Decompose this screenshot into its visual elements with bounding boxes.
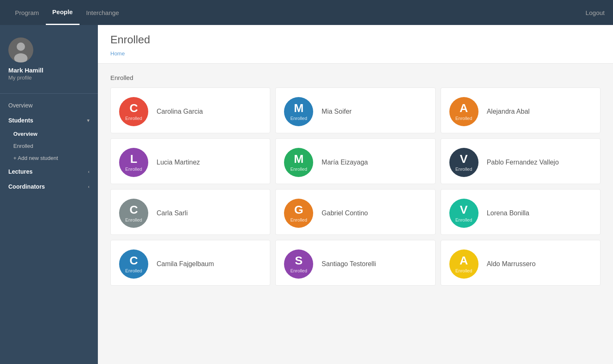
student-avatar: VEnrolled (449, 199, 478, 228)
student-avatar-letter: M (294, 102, 304, 114)
chevron-down-icon: ▾ (87, 118, 90, 123)
student-status-badge: Enrolled (290, 217, 307, 222)
student-avatar: MEnrolled (284, 97, 313, 126)
student-avatar-letter: S (295, 255, 303, 267)
student-name: Carolina Garcia (157, 108, 203, 115)
student-avatar: AEnrolled (449, 249, 478, 279)
student-status-badge: Enrolled (290, 268, 307, 273)
student-avatar-letter: V (460, 153, 468, 165)
nav-program[interactable]: Program (8, 0, 46, 25)
student-name: Gabriel Contino (321, 209, 368, 217)
student-card[interactable]: CEnrolledCarla Sarli (110, 189, 270, 235)
student-status-badge: Enrolled (455, 167, 472, 172)
sidebar-add-student-label: + Add new student (13, 155, 58, 161)
sidebar-students-label: Students (8, 117, 33, 124)
student-name: Mia Soifer (321, 108, 351, 115)
student-avatar-letter: G (294, 204, 303, 216)
student-card[interactable]: AEnrolledAldo Marrussero (441, 240, 601, 286)
student-status-badge: Enrolled (125, 116, 142, 121)
student-avatar: GEnrolled (284, 199, 313, 228)
student-status-badge: Enrolled (290, 167, 307, 172)
content-header: Enrolled Home (98, 25, 613, 64)
student-avatar: VEnrolled (449, 148, 478, 177)
student-name: Carla Sarli (157, 209, 188, 217)
student-status-badge: Enrolled (455, 217, 472, 222)
sidebar-item-students[interactable]: Students ▾ (0, 113, 98, 128)
student-name: Camila Fajgelbaum (157, 260, 214, 268)
top-navigation: Program People Interchange Logout (0, 0, 613, 25)
student-name: Pablo Fernandez Vallejo (487, 159, 559, 166)
student-avatar-letter: V (460, 204, 468, 216)
student-name: Lorena Bonilla (487, 209, 529, 217)
student-avatar-letter: L (130, 153, 137, 165)
sidebar-item-students-enrolled[interactable]: Enrolled (0, 140, 98, 152)
student-card[interactable]: MEnrolledMia Soifer (275, 87, 435, 133)
student-card[interactable]: AEnrolledAlejandra Abal (441, 87, 601, 133)
student-card[interactable]: SEnrolledSantiago Testorelli (275, 240, 435, 286)
student-avatar: CEnrolled (119, 249, 148, 279)
content-body: Enrolled CEnrolledCarolina GarciaMEnroll… (98, 64, 613, 296)
student-card[interactable]: CEnrolledCamila Fajgelbaum (110, 240, 270, 286)
svg-point-1 (17, 42, 25, 51)
sidebar-divider (0, 93, 98, 94)
chevron-left-icon-lectures: ‹ (88, 169, 90, 174)
sidebar-item-students-overview[interactable]: Overview (0, 128, 98, 140)
sidebar-students-enrolled-label: Enrolled (13, 143, 33, 149)
sidebar: Mark Hamill My profile Overview Students… (0, 25, 98, 364)
sidebar-item-add-student[interactable]: + Add new student (0, 152, 98, 164)
student-card[interactable]: MEnrolledMaría Eizayaga (275, 138, 435, 184)
logout-button[interactable]: Logout (586, 9, 605, 16)
student-card[interactable]: CEnrolledCarolina Garcia (110, 87, 270, 133)
breadcrumb-home[interactable]: Home (110, 50, 125, 57)
student-avatar: CEnrolled (119, 97, 148, 126)
student-name: Santiago Testorelli (321, 260, 376, 268)
sidebar-username: Mark Hamill (8, 67, 43, 74)
student-status-badge: Enrolled (455, 268, 472, 273)
nav-people[interactable]: People (46, 0, 80, 25)
student-status-badge: Enrolled (290, 116, 307, 121)
student-card[interactable]: VEnrolledPablo Fernandez Vallejo (441, 138, 601, 184)
sidebar-overview-label: Overview (8, 102, 32, 109)
student-name: Lucia Martinez (157, 159, 200, 166)
student-card[interactable]: LEnrolledLucia Martinez (110, 138, 270, 184)
student-avatar: AEnrolled (449, 97, 478, 126)
student-card[interactable]: GEnrolledGabriel Contino (275, 189, 435, 235)
student-status-badge: Enrolled (125, 167, 142, 172)
chevron-left-icon-coordinators: ‹ (88, 184, 90, 189)
student-avatar-letter: C (130, 255, 138, 267)
student-avatar: MEnrolled (284, 148, 313, 177)
student-name: María Eizayaga (321, 159, 368, 166)
student-status-badge: Enrolled (455, 116, 472, 121)
student-avatar-letter: C (130, 204, 138, 216)
main-content: Enrolled Home Enrolled CEnrolledCarolina… (98, 25, 613, 364)
student-avatar: CEnrolled (119, 199, 148, 228)
avatar[interactable] (8, 37, 33, 62)
sidebar-coordinators-label: Coordinators (8, 183, 45, 190)
sidebar-profile: Mark Hamill My profile (0, 33, 98, 89)
sidebar-item-overview[interactable]: Overview (0, 98, 98, 113)
student-avatar-letter: A (460, 255, 468, 267)
sidebar-subtext[interactable]: My profile (8, 75, 32, 81)
students-grid: CEnrolledCarolina GarciaMEnrolledMia Soi… (110, 87, 601, 286)
student-avatar-letter: M (294, 153, 304, 165)
sidebar-lectures-label: Lectures (8, 168, 32, 175)
student-avatar-letter: A (460, 102, 468, 114)
sidebar-item-coordinators[interactable]: Coordinators ‹ (0, 179, 98, 194)
nav-interchange[interactable]: Interchange (80, 0, 126, 25)
main-layout: Mark Hamill My profile Overview Students… (0, 25, 613, 364)
student-card[interactable]: VEnrolledLorena Bonilla (441, 189, 601, 235)
student-name: Aldo Marrussero (487, 260, 536, 268)
sidebar-item-lectures[interactable]: Lectures ‹ (0, 164, 98, 179)
student-avatar: SEnrolled (284, 249, 313, 279)
section-label: Enrolled (110, 74, 601, 81)
student-status-badge: Enrolled (125, 268, 142, 273)
student-avatar-letter: C (130, 102, 138, 114)
student-avatar: LEnrolled (119, 148, 148, 177)
student-status-badge: Enrolled (125, 217, 142, 222)
sidebar-students-overview-label: Overview (13, 131, 37, 137)
student-name: Alejandra Abal (487, 108, 530, 115)
page-title: Enrolled (110, 33, 601, 46)
